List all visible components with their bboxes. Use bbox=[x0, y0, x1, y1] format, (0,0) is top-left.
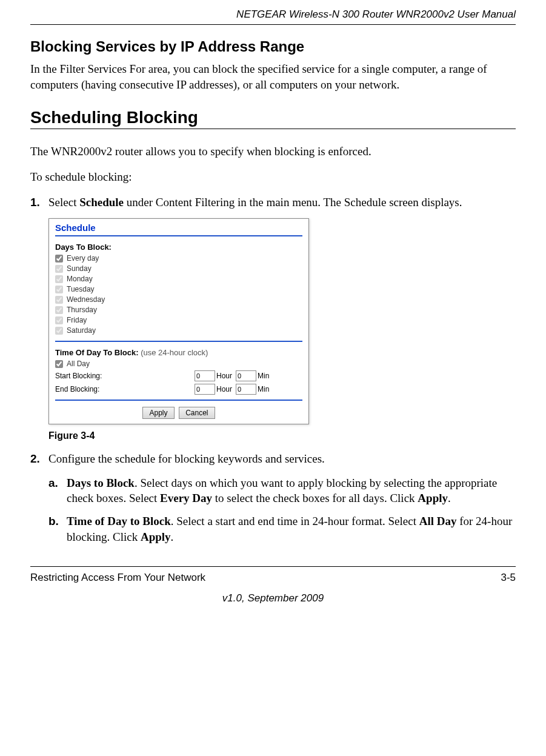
sb-b3: Apply bbox=[141, 530, 171, 543]
min-unit-2: Min bbox=[258, 385, 269, 393]
step-num: 2. bbox=[30, 451, 48, 467]
substep-a: a. Days to Block. Select days on which y… bbox=[48, 475, 516, 506]
label-tuesday: Tuesday bbox=[67, 285, 95, 293]
blue-rule bbox=[55, 235, 302, 236]
sa-b3: Apply bbox=[418, 492, 448, 504]
label-saturday: Saturday bbox=[67, 326, 96, 335]
checkbox-monday[interactable] bbox=[55, 275, 63, 283]
schedule-screenshot: Schedule Days To Block: Every day Sunday… bbox=[48, 218, 309, 424]
checkbox-wednesday[interactable] bbox=[55, 296, 63, 304]
footer-center: v1.0, September 2009 bbox=[30, 592, 516, 604]
manual-title: NETGEAR Wireless-N 300 Router WNR2000v2 … bbox=[236, 8, 516, 20]
day-row-everyday: Every day bbox=[55, 254, 302, 263]
step1-bold: Schedule bbox=[79, 196, 124, 209]
step-num: 1. bbox=[30, 195, 48, 210]
time-of-day-label: Time Of Day To Block: (use 24-hour clock… bbox=[55, 348, 302, 357]
end-min-input[interactable] bbox=[236, 384, 256, 395]
start-hour-input[interactable] bbox=[195, 370, 215, 381]
time-note: (use 24-hour clock) bbox=[141, 348, 208, 357]
checkbox-tuesday[interactable] bbox=[55, 286, 63, 293]
page-footer: Restricting Access From Your Network 3-5… bbox=[30, 566, 516, 604]
substep-num: a. bbox=[48, 475, 67, 506]
label-wednesday: Wednesday bbox=[67, 295, 105, 304]
start-blocking-row: Start Blocking: Hour Min bbox=[55, 370, 302, 381]
label-monday: Monday bbox=[67, 275, 93, 283]
label-thursday: Thursday bbox=[67, 306, 97, 314]
cancel-button[interactable]: Cancel bbox=[179, 407, 215, 419]
min-unit: Min bbox=[258, 372, 269, 380]
step-1: 1. Select Schedule under Content Filteri… bbox=[30, 195, 516, 210]
section1-para: In the Filter Services For area, you can… bbox=[30, 61, 516, 92]
day-row-sunday: Sunday bbox=[55, 264, 302, 273]
label-everyday: Every day bbox=[67, 254, 99, 263]
scheduling-para2: To schedule blocking: bbox=[30, 169, 516, 185]
section-rule bbox=[30, 129, 516, 129]
end-hour-input[interactable] bbox=[195, 384, 215, 395]
footer-right: 3-5 bbox=[501, 572, 516, 584]
start-label: Start Blocking: bbox=[55, 372, 195, 380]
step-text: Configure the schedule for blocking keyw… bbox=[48, 451, 325, 467]
day-row-tuesday: Tuesday bbox=[55, 285, 302, 293]
allday-row: All Day bbox=[55, 360, 302, 368]
hour-unit-2: Hour bbox=[216, 385, 232, 393]
figure-caption: Figure 3-4 bbox=[48, 430, 516, 441]
step-text: Select Schedule under Content Filtering … bbox=[48, 195, 462, 210]
time-label-text: Time Of Day To Block: bbox=[55, 348, 139, 357]
checkbox-friday[interactable] bbox=[55, 316, 63, 324]
schedule-title: Schedule bbox=[55, 222, 302, 233]
blue-rule-3 bbox=[55, 400, 302, 401]
sb-t3: . bbox=[171, 530, 174, 543]
sa-b2: Every Day bbox=[160, 492, 212, 504]
end-blocking-row: End Blocking: Hour Min bbox=[55, 384, 302, 395]
blue-rule-2 bbox=[55, 341, 302, 342]
step-2: 2. Configure the schedule for blocking k… bbox=[30, 451, 516, 467]
hour-unit: Hour bbox=[216, 372, 232, 380]
sb-t1: . Select a start and end time in 24-hour… bbox=[171, 515, 419, 527]
label-allday: All Day bbox=[67, 360, 90, 368]
substep-num: b. bbox=[48, 513, 67, 544]
day-row-monday: Monday bbox=[55, 275, 302, 283]
end-label: End Blocking: bbox=[55, 385, 195, 393]
day-row-thursday: Thursday bbox=[55, 306, 302, 314]
sb-b2: All Day bbox=[419, 515, 457, 527]
checkbox-sunday[interactable] bbox=[55, 265, 63, 273]
footer-left: Restricting Access From Your Network bbox=[30, 572, 205, 584]
sa-t2: to select the check boxes for all days. … bbox=[212, 492, 418, 504]
sa-t3: . bbox=[448, 492, 451, 504]
button-row: Apply Cancel bbox=[55, 407, 302, 419]
substep-text: Days to Block. Select days on which you … bbox=[67, 475, 516, 506]
day-row-saturday: Saturday bbox=[55, 326, 302, 335]
checkbox-everyday[interactable] bbox=[55, 255, 63, 263]
day-row-wednesday: Wednesday bbox=[55, 295, 302, 304]
sa-b1: Days to Block bbox=[67, 477, 135, 489]
checkbox-thursday[interactable] bbox=[55, 306, 63, 314]
day-row-friday: Friday bbox=[55, 316, 302, 324]
days-to-block-label: Days To Block: bbox=[55, 243, 302, 252]
sb-b1: Time of Day to Block bbox=[67, 515, 171, 527]
apply-button[interactable]: Apply bbox=[142, 407, 174, 419]
section-heading-scheduling: Scheduling Blocking bbox=[30, 108, 516, 127]
label-friday: Friday bbox=[67, 316, 87, 324]
checkbox-saturday[interactable] bbox=[55, 327, 63, 335]
section-heading-blocking-ip: Blocking Services by IP Address Range bbox=[30, 38, 516, 55]
page-header: NETGEAR Wireless-N 300 Router WNR2000v2 … bbox=[30, 8, 516, 25]
label-sunday: Sunday bbox=[67, 264, 92, 273]
start-min-input[interactable] bbox=[236, 370, 256, 381]
step1-post: under Content Filtering in the main menu… bbox=[124, 196, 462, 209]
figure-container: Schedule Days To Block: Every day Sunday… bbox=[48, 218, 516, 441]
scheduling-para1: The WNR2000v2 router allows you to speci… bbox=[30, 144, 516, 159]
substep-text: Time of Day to Block. Select a start and… bbox=[67, 513, 516, 544]
substep-b: b. Time of Day to Block. Select a start … bbox=[48, 513, 516, 544]
checkbox-allday[interactable] bbox=[55, 360, 63, 368]
step1-pre: Select bbox=[48, 196, 79, 209]
